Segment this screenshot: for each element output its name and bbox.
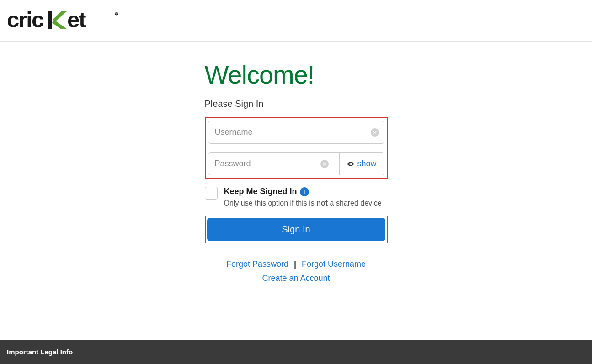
username-row — [208, 121, 384, 144]
svg-marker-3 — [52, 20, 67, 29]
link-separator: | — [294, 259, 296, 269]
show-password-toggle[interactable]: show — [339, 153, 384, 175]
main-content: Welcome! Please Sign In show — [0, 42, 592, 340]
svg-text:R: R — [116, 13, 117, 16]
create-account-link[interactable]: Create an Account — [262, 274, 330, 283]
signin-button-highlight-box: Sign In — [205, 216, 388, 243]
keep-signed-text-block: Keep Me Signed In i Only use this option… — [224, 187, 388, 208]
keep-signed-in-section: Keep Me Signed In i Only use this option… — [205, 187, 388, 208]
password-input[interactable] — [208, 153, 340, 175]
keep-signed-checkbox[interactable] — [205, 187, 218, 200]
form-highlight-box: show — [205, 117, 388, 179]
password-row: show — [208, 152, 384, 175]
info-icon[interactable]: i — [300, 187, 309, 196]
footer: Important Legal Info — [0, 340, 592, 364]
svg-rect-1 — [48, 11, 52, 29]
keep-signed-label-row: Keep Me Signed In i — [224, 187, 388, 196]
logo[interactable]: cric et R — [7, 9, 119, 34]
signin-subtitle: Please Sign In — [205, 99, 388, 109]
svg-text:et: et — [67, 9, 86, 32]
svg-marker-2 — [52, 11, 67, 21]
keep-signed-hint: Only use this option if this is not a sh… — [224, 198, 388, 208]
username-container — [208, 121, 384, 144]
eye-icon — [347, 160, 354, 168]
clear-username-icon[interactable] — [371, 128, 379, 137]
forgot-username-link[interactable]: Forgot Username — [302, 259, 366, 269]
clear-password-icon[interactable] — [320, 160, 329, 168]
password-container: show — [208, 152, 384, 175]
show-password-label: show — [357, 159, 376, 169]
forgot-password-link[interactable]: Forgot Password — [226, 259, 288, 269]
header: cric et R — [0, 0, 592, 42]
legal-info-link[interactable]: Important Legal Info — [7, 348, 585, 356]
keep-signed-label: Keep Me Signed In — [224, 187, 297, 196]
welcome-title: Welcome! — [205, 60, 388, 90]
svg-text:cric: cric — [7, 9, 43, 32]
username-input[interactable] — [208, 121, 384, 143]
signin-button[interactable]: Sign In — [207, 218, 385, 241]
links-row: Forgot Password | Forgot Username — [205, 259, 388, 269]
hint-suffix: a shared device — [328, 199, 381, 207]
hint-prefix: Only use this option if this is — [224, 199, 317, 207]
cricket-logo-icon: cric et R — [7, 9, 119, 32]
hint-bold: not — [316, 199, 328, 207]
